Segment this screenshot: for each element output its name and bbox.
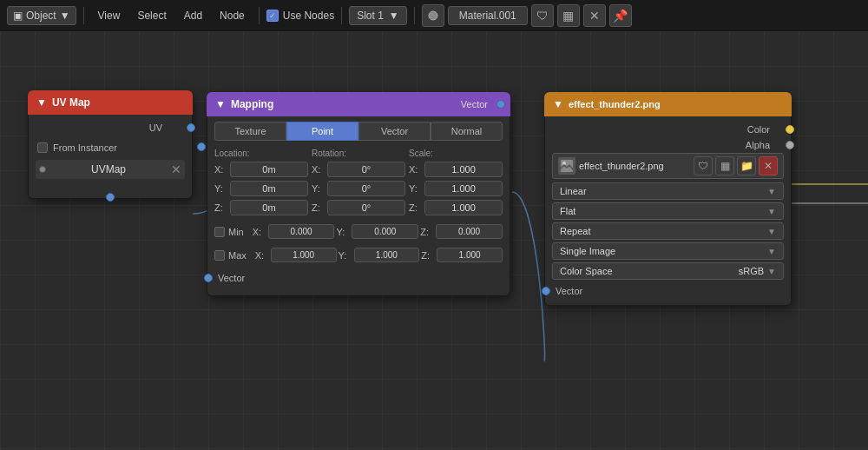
uvmap-select-row[interactable]: UVMap ✕ — [36, 160, 185, 179]
scale-x-value[interactable]: 1.000 — [424, 162, 503, 177]
shield-tex-icon[interactable]: 🛡 — [694, 156, 713, 175]
use-nodes-checkbox[interactable]: ✓ — [266, 10, 279, 22]
mapping-vector-bottom-area: Vector — [214, 268, 503, 290]
max-y-val[interactable]: 1.000 — [354, 248, 420, 262]
slot-label: Slot 1 — [357, 10, 384, 22]
divider-3 — [341, 7, 342, 24]
alpha-output-row: Alpha — [552, 137, 784, 153]
material-name[interactable]: Material.001 — [448, 6, 528, 25]
projection-dropdown[interactable]: Flat ▼ — [552, 202, 784, 220]
min-label: Min — [228, 227, 244, 237]
mapping-vector-socket — [496, 100, 505, 109]
loc-y-value[interactable]: 0m — [230, 181, 308, 196]
max-z-val[interactable]: 1.000 — [437, 248, 503, 262]
min-y-val[interactable]: 0.000 — [352, 224, 418, 239]
texture-vector-socket — [542, 287, 550, 295]
texture-vector-label: Vector — [556, 286, 582, 296]
close-tex-icon[interactable]: ✕ — [759, 156, 778, 175]
scale-z-value[interactable]: 1.000 — [424, 200, 503, 215]
texture-preview-icon — [558, 157, 575, 175]
tab-texture[interactable]: Texture — [214, 122, 286, 141]
max-checkbox[interactable] — [214, 250, 225, 261]
tab-vector[interactable]: Vector — [358, 122, 431, 141]
mapping-title: Mapping — [231, 98, 273, 110]
top-bar: ▣ Object ▼ View Select Add Node ✓ Use No… — [0, 0, 868, 31]
uv-map-header[interactable]: ▼ UV Map — [28, 90, 193, 115]
sphere-icon-btn[interactable] — [422, 4, 444, 27]
rot-y-value[interactable]: 0° — [327, 181, 405, 196]
extension-dropdown[interactable]: Repeat ▼ — [552, 222, 784, 240]
node-canvas[interactable]: ▼ UV Map UV From Instancer UVMap ✕ — [0, 31, 868, 450]
tab-normal[interactable]: Normal — [431, 122, 503, 141]
svg-point-0 — [429, 11, 437, 20]
select-menu[interactable]: Select — [130, 6, 173, 25]
source-dropdown[interactable]: Single Image ▼ — [552, 242, 784, 260]
mapping-header[interactable]: ▼ Mapping Vector — [207, 92, 510, 116]
copy-icon-btn[interactable]: ▦ — [557, 4, 580, 27]
scale-z-label: Z: — [409, 202, 421, 213]
rot-x-value[interactable]: 0° — [327, 162, 405, 177]
mapping-vector-out-label: Vector — [461, 99, 488, 109]
close-icon-btn[interactable]: ✕ — [583, 4, 606, 27]
min-check[interactable]: Min — [214, 227, 244, 237]
color-space-label: Color Space — [560, 266, 613, 276]
use-nodes-toggle[interactable]: ✓ Use Nodes — [266, 10, 334, 22]
min-z-val[interactable]: 0.000 — [436, 224, 503, 239]
interpolation-dropdown[interactable]: Linear ▼ — [552, 182, 784, 200]
loc-y-row: Y: 0m — [214, 179, 308, 198]
slot-dropdown[interactable]: Slot 1 ▼ — [349, 6, 407, 25]
loc-y-label: Y: — [214, 183, 227, 194]
max-check[interactable]: Max — [214, 250, 247, 261]
loc-x-value[interactable]: 0m — [230, 162, 308, 177]
divider-1 — [83, 7, 84, 24]
uv-map-body: UV From Instancer UVMap ✕ — [28, 115, 193, 199]
mapping-node: ▼ Mapping Vector Texture Point Vector No… — [207, 92, 510, 296]
chevron-down-icon-2: ▼ — [389, 10, 399, 22]
min-checkbox[interactable] — [214, 227, 225, 237]
mapping-collapse-arrow: ▼ — [215, 98, 226, 110]
node-menu[interactable]: Node — [213, 6, 252, 25]
uv-map-node: ▼ UV Map UV From Instancer UVMap ✕ — [28, 90, 193, 199]
uv-label: UV — [149, 122, 162, 133]
add-menu[interactable]: Add — [177, 6, 209, 25]
mapping-vector-label: Vector — [218, 273, 245, 283]
rot-z-row: Z: 0° — [312, 198, 405, 217]
chevron-down-icon: ▼ — [60, 10, 70, 22]
color-space-arrow: ▼ — [767, 267, 776, 276]
max-x-val[interactable]: 1.000 — [271, 248, 337, 262]
filename-text: effect_thunder2.png — [579, 161, 690, 171]
copy-tex-icon[interactable]: ▦ — [715, 156, 734, 175]
from-instancer-row: From Instancer — [36, 139, 185, 156]
pin-icon-btn[interactable]: 📌 — [609, 4, 632, 27]
scale-x-row: X: 1.000 — [409, 160, 503, 179]
extension-arrow: ▼ — [767, 227, 776, 236]
folder-tex-icon[interactable]: 📁 — [737, 156, 756, 175]
max-label: Max — [228, 250, 247, 261]
image-texture-header[interactable]: ▼ effect_thunder2.png — [544, 92, 792, 116]
alpha-label: Alpha — [552, 140, 770, 150]
scale-y-value[interactable]: 1.000 — [424, 181, 503, 196]
color-space-value-row: sRGB ▼ — [739, 266, 776, 276]
rot-y-row: Y: 0° — [312, 179, 405, 198]
scale-col: Scale: X: 1.000 Y: 1.000 Z: 1.000 — [409, 146, 503, 217]
rot-x-label: X: — [312, 164, 324, 175]
texture-vector-row: Vector — [552, 282, 784, 300]
rot-x-row: X: 0° — [312, 160, 405, 179]
mode-dropdown[interactable]: ▣ Object ▼ — [7, 6, 76, 25]
rotation-header: Rotation: — [312, 146, 405, 160]
view-menu[interactable]: View — [91, 6, 128, 25]
loc-z-row: Z: 0m — [214, 198, 308, 217]
from-instancer-checkbox[interactable] — [37, 142, 48, 153]
uv-output-row: UV — [36, 120, 185, 136]
min-x-val[interactable]: 0.000 — [268, 224, 335, 239]
loc-z-value[interactable]: 0m — [230, 200, 308, 215]
filename-bar[interactable]: effect_thunder2.png 🛡 ▦ 📁 ✕ — [552, 153, 784, 179]
rot-z-value[interactable]: 0° — [327, 200, 405, 215]
cube-icon: ▣ — [13, 10, 23, 22]
tab-point[interactable]: Point — [286, 122, 358, 141]
color-space-row[interactable]: Color Space sRGB ▼ — [552, 262, 784, 280]
uv-bottom-socket — [106, 193, 115, 202]
shield-icon-btn[interactable]: 🛡 — [531, 4, 554, 27]
uvmap-remove-icon[interactable]: ✕ — [171, 162, 181, 176]
uvmap-name: UVMap — [91, 163, 126, 175]
